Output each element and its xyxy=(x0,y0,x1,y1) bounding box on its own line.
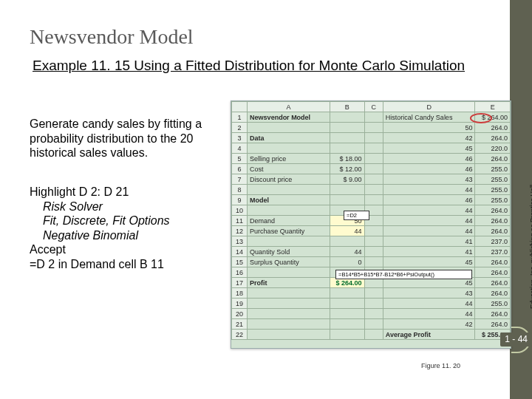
p2-line4: Negative Binomial xyxy=(43,229,138,242)
cell xyxy=(248,123,330,133)
cell xyxy=(330,330,364,340)
p2-line1: Highlight D 2: D 21 xyxy=(30,185,129,198)
cell: Demand xyxy=(248,216,330,226)
cell: 44 xyxy=(383,185,475,195)
cell: 264.0 xyxy=(475,205,511,216)
p2-line3: Fit, Discrete, Fit Options xyxy=(43,214,170,227)
cell xyxy=(330,299,364,309)
row-header: 1 xyxy=(232,112,248,123)
cell: 237.0 xyxy=(475,247,511,257)
cell: 255.0 xyxy=(475,299,511,309)
callout-circle xyxy=(470,113,492,123)
cell: $ 18.00 xyxy=(330,154,364,164)
row-header: 19 xyxy=(232,299,248,309)
cell: 264.0 xyxy=(475,267,511,278)
cell xyxy=(364,112,383,123)
corner-cell xyxy=(232,102,248,112)
cell xyxy=(364,247,383,257)
cell xyxy=(364,309,383,319)
row-header: 10 xyxy=(232,205,248,216)
row-header: 9 xyxy=(232,195,248,205)
copyright-vertical-text: Education, Inc. publishing as Prentice H… xyxy=(529,185,532,309)
cell: 46 xyxy=(383,195,475,205)
cell: Cost xyxy=(248,164,330,174)
cell: 264.0 xyxy=(475,226,511,236)
cell xyxy=(364,330,383,340)
cell xyxy=(330,309,364,319)
row-header: 12 xyxy=(232,226,248,236)
cell: 45 xyxy=(383,143,475,154)
cell: Profit xyxy=(248,278,330,288)
cell: 255.0 xyxy=(475,185,511,195)
cell xyxy=(364,123,383,133)
cell xyxy=(330,185,364,195)
row-header: 4 xyxy=(232,143,248,154)
row-header: 15 xyxy=(232,257,248,267)
cell: 45 xyxy=(383,257,475,267)
row-header: 21 xyxy=(232,319,248,330)
row-header: 3 xyxy=(232,133,248,143)
cell: Data xyxy=(248,133,330,143)
row-header: 2 xyxy=(232,123,248,133)
cell xyxy=(248,330,330,340)
cell xyxy=(364,143,383,154)
p2-line5: Accept xyxy=(30,243,66,256)
cell: 255.0 xyxy=(475,195,511,205)
cell: 264.0 xyxy=(475,133,511,143)
cell: 264.0 xyxy=(475,154,511,164)
cell: 44 xyxy=(383,226,475,236)
cell: 264.0 xyxy=(475,288,511,299)
row-header: 17 xyxy=(232,278,248,288)
row-header: 11 xyxy=(232,216,248,226)
cell: 44 xyxy=(330,247,364,257)
cell xyxy=(364,174,383,185)
formula-callout-d2: =D2 xyxy=(344,211,369,220)
cell xyxy=(330,236,364,247)
row-header: 20 xyxy=(232,309,248,319)
figure-caption: Figure 11. 20 xyxy=(421,362,460,369)
cell: 44 xyxy=(330,226,364,236)
cell: $ 9.00 xyxy=(330,174,364,185)
cell xyxy=(330,288,364,299)
slide-subtitle: Example 11. 15 Using a Fitted Distributi… xyxy=(33,58,465,74)
cell xyxy=(248,288,330,299)
cell xyxy=(364,154,383,164)
cell xyxy=(364,185,383,195)
page-number-badge: 1 - 44 xyxy=(500,332,532,347)
row-header: 22 xyxy=(232,330,248,340)
p2-line2: Risk Solver xyxy=(43,200,103,213)
spreadsheet-screenshot: A B C D E 1Newsvendor ModelHistorical Ca… xyxy=(231,100,511,349)
cell: 41 xyxy=(383,236,475,247)
cell: 264.0 xyxy=(475,278,511,288)
cell xyxy=(330,123,364,133)
row-header: 5 xyxy=(232,154,248,164)
cell: 237.0 xyxy=(475,236,511,247)
cell: Quantity Sold xyxy=(248,247,330,257)
slide-title: Newsvendor Model xyxy=(30,25,194,49)
cell: 46 xyxy=(383,164,475,174)
cell xyxy=(364,299,383,309)
cell xyxy=(364,226,383,236)
cell: 264.0 xyxy=(475,309,511,319)
col-header: C xyxy=(364,102,383,112)
cell: 44 xyxy=(383,216,475,226)
cell: Historical Candy Sales xyxy=(383,112,475,123)
cell: Discount price xyxy=(248,174,330,185)
cell xyxy=(248,236,330,247)
cell xyxy=(330,319,364,330)
col-header: A xyxy=(248,102,330,112)
cell xyxy=(248,267,330,278)
cell: 264.0 xyxy=(475,216,511,226)
cell: 42 xyxy=(383,133,475,143)
cell xyxy=(330,133,364,143)
cell xyxy=(330,112,364,123)
cell xyxy=(330,195,364,205)
cell xyxy=(364,288,383,299)
cell: Surplus Quantity xyxy=(248,257,330,267)
row-header: 18 xyxy=(232,288,248,299)
cell: 50 xyxy=(383,123,475,133)
cell xyxy=(248,319,330,330)
row-header: 6 xyxy=(232,164,248,174)
row-header: 7 xyxy=(232,174,248,185)
col-header: D xyxy=(383,102,475,112)
